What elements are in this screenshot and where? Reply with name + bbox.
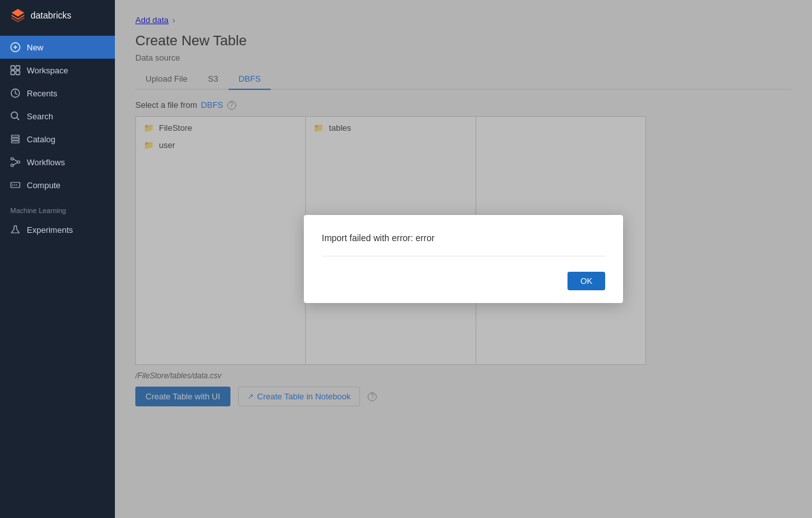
sidebar-item-compute-label: Compute [27,181,61,190]
main-content: Add data › Create New Table Data source … [115,0,812,518]
svg-rect-12 [11,135,19,137]
svg-rect-14 [11,141,19,143]
sidebar-item-workflows[interactable]: Workflows [0,151,115,174]
sidebar-item-experiments[interactable]: Experiments [0,218,115,241]
app-logo: databricks [10,8,71,23]
svg-line-18 [13,159,17,162]
svg-rect-20 [11,182,20,188]
sidebar: databricks New Workspace [0,0,115,518]
databricks-logo-icon [10,8,26,23]
svg-point-16 [17,161,20,163]
sidebar-item-recents-label: Recents [27,89,57,98]
modal-message: Import failed with error: error [322,233,605,256]
plus-circle-icon [10,42,20,52]
catalog-icon [10,134,20,144]
grid-icon [10,65,20,75]
compute-icon [10,180,20,190]
svg-rect-6 [16,71,20,75]
svg-line-11 [17,118,20,121]
clock-icon [10,88,20,98]
sidebar-item-experiments-label: Experiments [27,225,73,235]
svg-point-15 [11,158,13,160]
sidebar-item-new[interactable]: New [0,36,115,59]
sidebar-nav: New Workspace Recents Search [0,31,115,246]
svg-rect-5 [11,71,15,75]
modal-actions: OK [322,272,605,290]
sidebar-header: databricks [0,0,115,31]
svg-point-10 [11,112,18,119]
sidebar-item-new-label: New [27,43,43,52]
experiments-icon [10,225,20,235]
sidebar-item-recents[interactable]: Recents [0,82,115,105]
workflows-icon [10,157,20,167]
sidebar-item-workspace[interactable]: Workspace [0,59,115,82]
modal-overlay: Import failed with error: error OK [115,0,812,518]
svg-rect-4 [16,66,20,70]
sidebar-item-workspace-label: Workspace [27,66,68,75]
sidebar-item-compute[interactable]: Compute [0,174,115,196]
svg-rect-13 [11,138,19,140]
svg-point-17 [11,164,13,166]
error-modal: Import failed with error: error OK [304,215,623,303]
svg-rect-3 [11,66,15,70]
svg-line-19 [13,163,17,165]
sidebar-item-search[interactable]: Search [0,105,115,128]
modal-ok-button[interactable]: OK [568,272,605,290]
sidebar-item-catalog-label: Catalog [27,135,56,144]
sidebar-item-workflows-label: Workflows [27,158,65,167]
sidebar-item-catalog[interactable]: Catalog [0,128,115,151]
app-name: databricks [31,10,71,20]
svg-line-9 [15,94,17,95]
search-icon [10,111,20,121]
sidebar-item-search-label: Search [27,112,53,121]
ml-section-label: Machine Learning [0,196,115,218]
